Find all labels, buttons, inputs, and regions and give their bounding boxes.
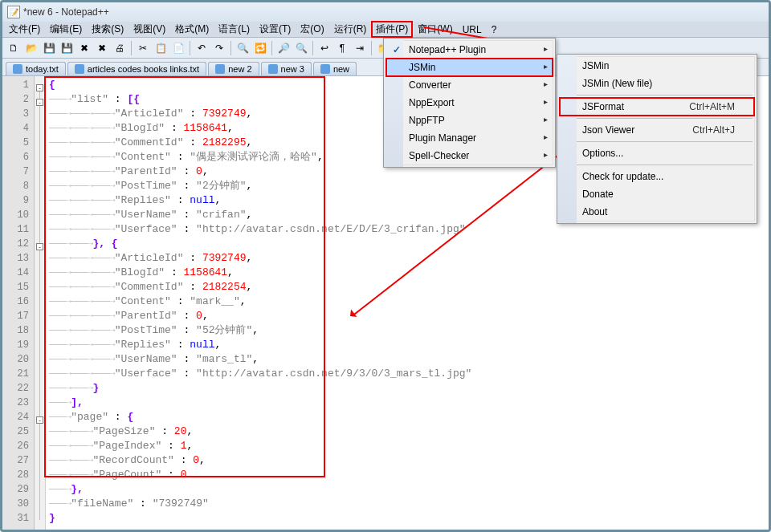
menu-item-label: JSMin	[409, 62, 435, 73]
menu-item[interactable]: URL	[458, 22, 487, 37]
menu-item[interactable]: ?	[487, 22, 502, 37]
menu-item-jsmin[interactable]: JSMin	[560, 57, 754, 75]
line-number: 24	[2, 410, 34, 424]
show-chars-icon[interactable]: ¶	[334, 40, 350, 56]
fold-toggle-icon[interactable]: -	[36, 84, 43, 91]
app-window: 📝 *new 6 - Notepad++ 文件(F)编辑(E)搜索(S)视图(V…	[0, 0, 771, 532]
menu-item-converter[interactable]: Converter	[386, 76, 553, 94]
menu-item-label: NppExport	[409, 97, 455, 108]
line-number: 12	[2, 237, 34, 251]
indent-icon[interactable]: ⇥	[352, 40, 368, 56]
find-icon[interactable]: 🔍	[235, 40, 251, 56]
close-icon[interactable]: ✖	[76, 40, 92, 56]
code-line: ———→———→———→"Userface" : "http://avatar.…	[49, 367, 765, 381]
undo-icon[interactable]: ↶	[194, 40, 210, 56]
code-line: }	[49, 511, 765, 526]
menu-item-label: About	[582, 206, 607, 217]
zoom-out-icon[interactable]: 🔍	[293, 40, 309, 56]
line-number: 25	[2, 424, 34, 439]
save-all-icon[interactable]: 💾	[59, 40, 75, 56]
menu-item-label: Converter	[409, 79, 451, 91]
plugins-menu-dropdown: Notepad++ PluginJSMinConverterNppExportN…	[383, 38, 556, 168]
fold-column: ----	[35, 76, 46, 530]
document-tab[interactable]: articles codes books links.txt	[67, 62, 206, 75]
line-number: 18	[2, 323, 34, 338]
document-tab[interactable]: new 3	[261, 62, 312, 75]
save-icon[interactable]: 💾	[41, 40, 57, 56]
menu-item-plugin-manager[interactable]: Plugin Manager	[386, 129, 553, 147]
menu-item[interactable]: 格式(M)	[170, 21, 214, 38]
menu-item-label: Notepad++ Plugin	[409, 44, 486, 55]
document-tab[interactable]: today.txt	[6, 62, 66, 75]
line-number: 27	[2, 453, 34, 468]
menu-item-options-[interactable]: Options...	[560, 144, 754, 162]
file-icon	[320, 64, 330, 74]
menu-item-donate[interactable]: Donate	[560, 185, 754, 203]
menu-item-label: Json Viewer	[582, 124, 634, 136]
code-line: ———→],	[49, 396, 765, 410]
code-line: ———→———→"PageIndex" : 1,	[49, 439, 765, 453]
menu-item-json-viewer[interactable]: Json ViewerCtrl+Alt+J	[560, 121, 754, 139]
replace-icon[interactable]: 🔁	[252, 40, 268, 56]
line-number: 2	[2, 92, 34, 107]
redo-icon[interactable]: ↷	[211, 40, 227, 56]
fold-toggle-icon[interactable]: -	[36, 243, 43, 250]
open-file-icon[interactable]: 📂	[23, 40, 39, 56]
line-number: 26	[2, 439, 34, 453]
menu-item[interactable]: 搜索(S)	[87, 21, 128, 38]
menu-item[interactable]: 编辑(E)	[45, 21, 87, 38]
code-line: ———→———→———→"Content" : "mark__",	[49, 294, 765, 309]
menu-item-about[interactable]: About	[560, 203, 754, 221]
menu-item-notepad-plugin[interactable]: Notepad++ Plugin	[386, 41, 553, 59]
code-line: ———→———→———→"PostTime" : "52分钟前",	[49, 323, 765, 338]
close-all-icon[interactable]: ✖	[94, 40, 110, 56]
wrap-icon[interactable]: ↩	[316, 40, 332, 56]
code-line: ———→},	[49, 482, 765, 497]
menu-item-nppexport[interactable]: NppExport	[386, 94, 553, 112]
menu-separator	[561, 141, 753, 142]
menu-item-label: Spell-Checker	[409, 150, 469, 161]
menu-item-label: Plugin Manager	[409, 132, 476, 144]
document-tab[interactable]: new	[313, 62, 357, 75]
menu-item-nppftp[interactable]: NppFTP	[386, 112, 553, 129]
menu-item-jsformat[interactable]: JSFormatCtrl+Alt+M	[560, 98, 754, 116]
menu-separator	[561, 95, 753, 95]
menu-separator	[561, 118, 753, 119]
copy-icon[interactable]: 📋	[153, 40, 169, 56]
menu-shortcut: Ctrl+Alt+M	[689, 101, 735, 112]
document-tab[interactable]: new 2	[208, 62, 259, 75]
menu-item-label: JSMin	[582, 60, 609, 71]
menubar: 文件(F)编辑(E)搜索(S)视图(V)格式(M)语言(L)设置(T)宏(O)运…	[2, 22, 769, 38]
menu-item[interactable]: 视图(V)	[128, 21, 170, 38]
menu-separator	[561, 164, 753, 165]
menu-item-jsmin[interactable]: JSMin	[386, 59, 553, 76]
line-number: 16	[2, 294, 34, 309]
print-icon[interactable]: 🖨	[112, 40, 128, 56]
menu-item-spell-checker[interactable]: Spell-Checker	[386, 147, 553, 164]
menu-item[interactable]: 语言(L)	[214, 21, 255, 38]
menu-item[interactable]: 设置(T)	[255, 21, 296, 38]
zoom-in-icon[interactable]: 🔎	[275, 40, 292, 56]
line-number: 23	[2, 396, 34, 410]
fold-toggle-icon[interactable]: -	[36, 416, 43, 424]
menu-item[interactable]: 插件(P)	[371, 21, 413, 38]
menu-item[interactable]: 运行(R)	[329, 21, 372, 38]
code-line: ———→———→}, {	[49, 237, 765, 251]
menu-item-jsmin-new-file-[interactable]: JSMin (New file)	[560, 75, 754, 92]
cut-icon[interactable]: ✂	[135, 40, 151, 56]
menu-item-check-for-update-[interactable]: Check for update...	[560, 168, 754, 185]
code-line: ———→"fileName" : "7392749"	[49, 497, 765, 511]
menu-item-label: JSMin (New file)	[582, 78, 652, 89]
line-number: 1	[2, 78, 34, 92]
paste-icon[interactable]: 📄	[170, 40, 186, 56]
new-file-icon[interactable]: 🗋	[6, 40, 22, 56]
code-line: ———→———→}	[49, 381, 765, 396]
line-number: 6	[2, 150, 34, 164]
line-number: 21	[2, 367, 34, 381]
fold-toggle-icon[interactable]: -	[36, 99, 43, 106]
file-icon	[13, 64, 22, 74]
menu-item[interactable]: 宏(O)	[296, 21, 328, 38]
menu-item[interactable]: 文件(F)	[4, 21, 45, 38]
menu-item[interactable]: 窗口(W)	[413, 21, 457, 38]
line-number: 14	[2, 266, 34, 280]
